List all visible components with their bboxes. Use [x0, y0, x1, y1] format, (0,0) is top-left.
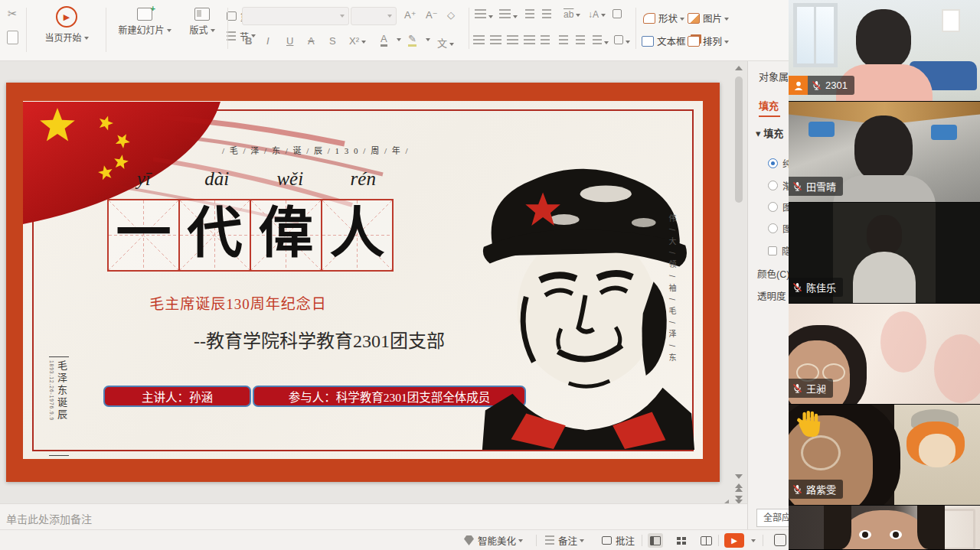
raised-hand-icon — [795, 409, 824, 441]
pinyin-4: rén — [327, 168, 400, 199]
strikethrough-button[interactable]: A — [308, 35, 315, 47]
participant-name: 2301 — [825, 80, 848, 91]
textbox-button[interactable]: 文本框 — [642, 34, 693, 48]
normal-view-button[interactable] — [648, 533, 663, 548]
shadow-button[interactable]: S — [329, 35, 336, 47]
font-color-button[interactable]: A — [381, 34, 387, 47]
fill-tab[interactable]: 填充 — [759, 98, 779, 112]
book-view-icon — [701, 536, 712, 545]
mao-vertical-title: 毛泽东诞辰 — [54, 360, 69, 452]
font-name-select[interactable] — [242, 7, 349, 25]
mic-muted-icon — [792, 484, 802, 494]
scroll-up-icon[interactable] — [735, 66, 743, 70]
eye — [890, 530, 902, 539]
participant-name: 田雪晴 — [806, 179, 836, 194]
video-feed[interactable]: 路紫雯 — [789, 405, 980, 506]
paste-icon[interactable] — [7, 31, 18, 44]
mic-muted-icon — [792, 383, 802, 393]
scrollbar-thumb[interactable] — [735, 76, 743, 203]
beautify-icon — [464, 535, 474, 545]
numbered-list-icon[interactable] — [499, 9, 518, 21]
picture-button[interactable]: 图片 — [688, 11, 729, 25]
cut-icon[interactable]: ✂ — [8, 8, 18, 19]
video-feed[interactable] — [789, 506, 980, 549]
participant-nametag: 陈佳乐 — [789, 278, 843, 297]
normal-view-icon — [650, 536, 661, 545]
participant-face — [842, 510, 926, 549]
arrange-button[interactable]: 排列 — [688, 34, 729, 48]
video-feed[interactable]: 王昶 — [789, 304, 980, 405]
window-background — [793, 3, 838, 67]
title-char-4: 人 — [322, 197, 392, 270]
reading-view-button[interactable] — [698, 533, 714, 548]
participant-nametag: 王昶 — [789, 379, 833, 398]
participant-head — [854, 116, 913, 181]
arrange-icon — [688, 36, 700, 47]
font-color-caret[interactable] — [397, 38, 401, 41]
align-left-icon[interactable] — [473, 35, 485, 47]
participant-body — [833, 175, 936, 203]
underline-button[interactable]: U — [286, 35, 293, 47]
mao-dates: 1893.12.26-1976.9.9 — [49, 360, 54, 452]
comments-button[interactable]: 批注 — [602, 530, 635, 550]
grid-view-icon — [677, 537, 686, 545]
title-grid-block: yī dài wěi rén 一 代 偉 — [107, 168, 400, 272]
pinyin-1: yī — [107, 168, 181, 199]
notes-placeholder[interactable]: 单击此处添加备注 — [6, 511, 92, 526]
participant-name: 王昶 — [806, 381, 826, 395]
title-char-3: 偉 — [251, 197, 321, 270]
slide[interactable]: / 毛 / 泽 / 东 / 诞 / 辰 / 1 3 0 / 周 / 年 / yī… — [6, 83, 720, 482]
align-center-icon[interactable] — [490, 35, 501, 47]
pinyin-guide-button[interactable]: 文 — [437, 35, 454, 50]
section-button[interactable]: 节 — [227, 26, 259, 46]
title-char-2: 代 — [180, 197, 250, 270]
participant-name: 路紫雯 — [806, 482, 836, 496]
grid-cell: 人 — [321, 199, 394, 272]
participant-name: 陈佳乐 — [806, 280, 836, 295]
paste-special-icon[interactable] — [612, 9, 622, 21]
slide-canvas[interactable]: / 毛 / 泽 / 东 / 诞 / 辰 / 1 3 0 / 周 / 年 / yī… — [0, 61, 747, 503]
clear-format-icon[interactable]: ◇ — [447, 9, 455, 21]
font-size-select[interactable] — [351, 7, 397, 25]
character-spacing-icon[interactable]: ab — [564, 9, 580, 20]
fullscreen-button[interactable] — [774, 534, 786, 546]
justify-icon[interactable] — [524, 35, 535, 47]
smart-beautify-button[interactable]: 智能美化 — [464, 530, 523, 550]
superscript-button[interactable]: X² — [349, 35, 366, 47]
video-feed[interactable]: 田雪晴 — [789, 102, 980, 203]
new-slide-icon: + — [137, 8, 152, 21]
new-slide-button[interactable]: + 新建幻灯片 — [112, 8, 178, 37]
highlight-button[interactable]: ✎ — [408, 34, 416, 47]
notes-area[interactable]: 单击此处添加备注 — [0, 503, 747, 530]
slideshow-play-button[interactable]: ▶ — [724, 533, 744, 548]
bullet-list-icon[interactable] — [475, 9, 493, 21]
vertical-scrollbar[interactable] — [733, 61, 745, 503]
slide-sorter-view-button[interactable] — [674, 533, 689, 548]
decrease-indent-icon[interactable] — [525, 9, 534, 21]
fill-section-header[interactable]: ▾ 填充 — [756, 125, 783, 140]
columns-icon[interactable] — [541, 35, 550, 47]
text-direction-icon[interactable]: ↓A — [588, 9, 606, 20]
grid-cell: 偉 — [250, 199, 322, 272]
decrease-font-icon[interactable]: A⁻ — [426, 9, 438, 21]
bold-button[interactable]: B — [245, 35, 252, 47]
play-from-current-button[interactable]: ▶ 当页开始 — [31, 6, 103, 44]
layout-button[interactable]: 版式 — [181, 8, 224, 37]
shapes-button[interactable]: 形状 — [643, 11, 684, 25]
italic-button[interactable]: I — [266, 35, 270, 47]
scroll-down-icon[interactable] — [735, 474, 743, 479]
video-feed[interactable]: 2301 — [789, 0, 980, 102]
pinyin-row: yī dài wěi rén — [107, 168, 400, 199]
slideshow-options-caret[interactable] — [751, 539, 756, 542]
align-right-icon[interactable] — [507, 35, 518, 47]
participant-body — [853, 252, 916, 304]
video-feed[interactable]: 陈佳乐 — [789, 203, 980, 304]
notes-toggle-button[interactable]: 备注 — [545, 530, 584, 550]
play-from-current-label: 当页开始 — [44, 33, 81, 44]
line-spacing-icon[interactable] — [593, 35, 609, 47]
line-spacing-up-icon[interactable] — [559, 35, 568, 47]
line-spacing-down-icon[interactable] — [576, 35, 585, 47]
increase-font-icon[interactable]: A⁺ — [404, 9, 416, 21]
distribute-icon[interactable] — [614, 35, 630, 47]
increase-indent-icon[interactable] — [542, 9, 551, 21]
